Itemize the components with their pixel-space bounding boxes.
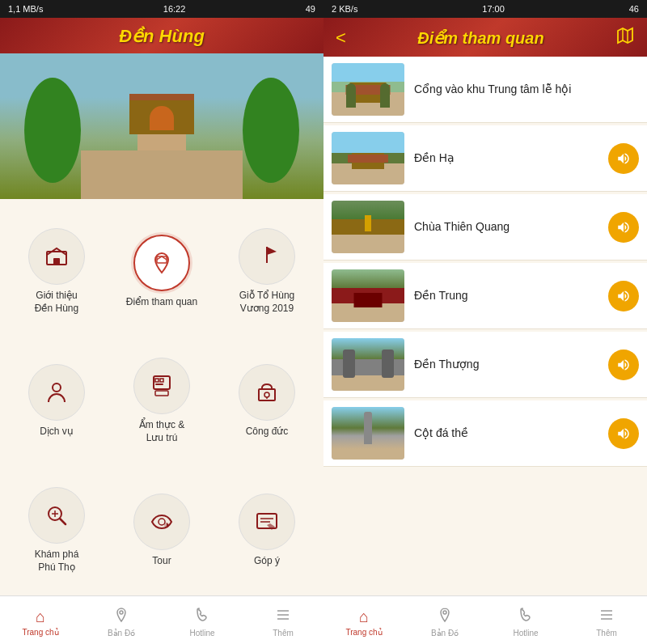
cong-duc-label: Công đức [246, 426, 289, 439]
hotline-label-right: Hotline [513, 629, 538, 638]
svg-rect-2 [157, 256, 167, 263]
signal-right: 2 KB/s [332, 4, 357, 14]
attraction-item-chua[interactable]: Chùa Thiên Quang [324, 194, 647, 261]
nav-them-left[interactable]: Thêm [243, 601, 324, 642]
ban-do-label-right: Bản Đồ [431, 629, 459, 638]
menu-item-gop-y[interactable]: Góp ý [218, 470, 315, 591]
menu-item-kham-pha[interactable]: Khám pháPhú Thọ [8, 470, 105, 591]
menu-item-am-thuc[interactable]: Ẩm thực &Lưu trú [113, 341, 210, 462]
svg-marker-4 [267, 247, 277, 255]
map-pin-icon-left [113, 607, 129, 627]
svg-rect-9 [155, 383, 163, 385]
menu-item-cong-duc[interactable]: Công đức [218, 341, 315, 462]
thumb-cot-da [332, 407, 404, 460]
menu-grid: Giới thiệuĐền Hùng Điểm tham quan Giỗ Tổ… [0, 199, 324, 595]
attraction-item-den-ha[interactable]: Đền Hạ [324, 125, 647, 192]
thumb-cong-vao [332, 63, 404, 116]
aerial-scene [0, 53, 324, 199]
home-icon-right: ⌂ [359, 608, 369, 626]
audio-btn-den-trung[interactable] [608, 281, 639, 311]
header-left: Đền Hùng [0, 18, 324, 53]
phone-icon-right [518, 607, 534, 627]
no-audio-cong-vao [608, 74, 639, 105]
gioi-thieu-label: Giới thiệuĐền Hùng [35, 290, 78, 315]
nav-them-right[interactable]: Thêm [566, 601, 647, 642]
attraction-item-den-thuong[interactable]: Đền Thượng [324, 332, 647, 398]
battery-left: 49 [306, 4, 315, 14]
cong-vao-name: Cổng vào khu Trung tâm lễ hội [414, 82, 602, 98]
svg-point-29 [443, 611, 446, 614]
trang-chu-label-left: Trang chủ [22, 628, 58, 637]
cot-da-name: Cột đá thề [414, 426, 602, 442]
dich-vu-label: Dịch vụ [40, 426, 74, 439]
thumb-chua [332, 201, 404, 253]
menu-item-gio-to[interactable]: Giỗ Tổ HùngVương 2019 [218, 211, 315, 333]
trang-chu-label-right: Trang chủ [345, 628, 382, 637]
cong-duc-icon [239, 364, 295, 421]
tour-label: Tour [152, 555, 171, 568]
map-pin-icon-right [437, 607, 453, 627]
menu-item-dich-vu[interactable]: Dịch vụ [8, 341, 105, 462]
thumb-den-ha [332, 132, 404, 184]
audio-btn-den-ha[interactable] [608, 143, 639, 174]
audio-btn-cot-da[interactable] [608, 418, 639, 449]
status-bar-left: 1,1 MB/s 16:22 49 [0, 0, 324, 18]
svg-point-23 [120, 611, 123, 614]
svg-line-15 [60, 519, 66, 524]
time-right: 17:00 [482, 4, 505, 14]
chua-name: Chùa Thiên Quang [414, 219, 602, 235]
audio-btn-den-thuong[interactable] [608, 350, 639, 380]
status-bar-right: 2 KB/s 17:00 46 [324, 0, 647, 18]
attraction-item-cong-vao[interactable]: Cổng vào khu Trung tâm lễ hội [324, 57, 647, 123]
them-label-right: Thêm [596, 629, 617, 638]
den-trung-name: Đền Trung [414, 288, 602, 304]
menu-item-gioi-thieu[interactable]: Giới thiệuĐền Hùng [8, 211, 105, 333]
thumb-den-trung [332, 269, 404, 322]
audio-btn-chua[interactable] [608, 212, 639, 243]
kham-pha-label: Khám pháPhú Thọ [35, 549, 79, 574]
app-title: Đền Hùng [119, 26, 205, 46]
time-left: 16:22 [163, 4, 186, 14]
nav-trang-chu-left[interactable]: ⌂ Trang chủ [0, 601, 81, 642]
nav-ban-do-left[interactable]: Bản Đồ [81, 601, 162, 642]
gio-to-label: Giỗ Tổ HùngVương 2019 [239, 290, 294, 315]
dich-vu-icon [28, 364, 85, 421]
nav-trang-chu-right[interactable]: ⌂ Trang chủ [324, 601, 404, 642]
ban-do-label-left: Bản Đồ [108, 629, 135, 638]
nav-ban-do-right[interactable]: Bản Đồ [404, 601, 485, 642]
back-button[interactable]: < [336, 28, 346, 49]
page-title-right: Điểm tham quan [417, 28, 543, 48]
nav-hotline-left[interactable]: Hotline [162, 601, 243, 642]
kham-pha-icon [28, 487, 85, 544]
gioi-thieu-icon [28, 228, 85, 285]
svg-rect-8 [160, 379, 163, 382]
menu-item-diem-tham-quan[interactable]: Điểm tham quan [113, 211, 210, 333]
battery-right: 46 [629, 4, 639, 14]
menu-item-tour[interactable]: Tour [113, 470, 210, 591]
gio-to-icon [239, 228, 295, 285]
hero-image [0, 53, 324, 199]
menu-icon-left [275, 607, 291, 627]
am-thuc-label: Ẩm thực &Lưu trú [139, 419, 185, 444]
attraction-item-den-trung[interactable]: Đền Trung [324, 263, 647, 329]
svg-rect-7 [155, 379, 159, 382]
gop-y-icon [239, 494, 295, 550]
svg-rect-1 [53, 258, 60, 265]
svg-point-12 [264, 392, 269, 397]
bottom-nav-right: ⌂ Trang chủ Bản Đồ Hotline [324, 595, 647, 644]
left-panel: 1,1 MB/s 16:22 49 Đền Hùng [0, 0, 324, 644]
svg-point-18 [159, 519, 165, 525]
den-thuong-name: Đền Thượng [414, 357, 602, 373]
nav-hotline-right[interactable]: Hotline [485, 601, 566, 642]
signal-left: 1,1 MB/s [8, 4, 43, 14]
attraction-item-cot-da[interactable]: Cột đá thề [324, 400, 647, 467]
tour-icon [133, 494, 190, 550]
bottom-nav-left: ⌂ Trang chủ Bản Đồ Hotline [0, 595, 324, 644]
diem-tham-quan-label: Điểm tham quan [126, 296, 197, 309]
svg-point-5 [53, 383, 61, 392]
home-icon-left: ⌂ [36, 608, 45, 626]
menu-icon-right [598, 607, 615, 627]
attraction-list: Cổng vào khu Trung tâm lễ hội Đền Hạ [324, 57, 647, 595]
header-right: < Điểm tham quan [324, 18, 647, 57]
map-icon-right[interactable] [615, 26, 635, 50]
